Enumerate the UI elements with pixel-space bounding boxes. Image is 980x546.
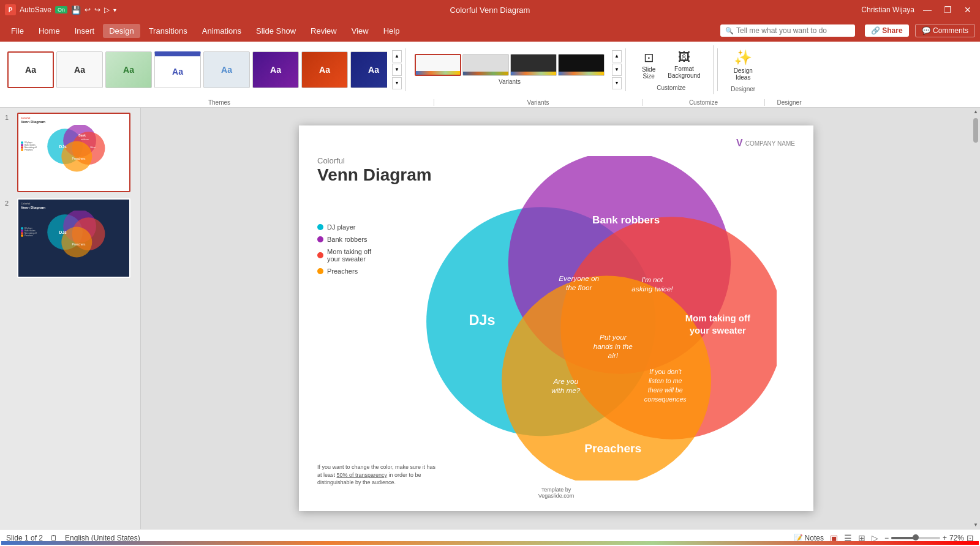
gallery-up-arrow[interactable]: ▲ [392,50,402,62]
slide-legend: DJ player Bank robbers Mom taking offyou… [317,223,371,280]
intersection-asking-2: asking twice! [631,285,673,293]
slide-thumb-1[interactable]: Colorful Venn Diagram DJs Bank robbers M… [17,113,130,192]
user-name: Christian Wijaya [861,6,914,14]
close-btn[interactable]: ✕ [960,5,975,15]
minimize-btn[interactable]: — [919,5,935,15]
right-scrollbar[interactable]: ▲ ▼ [971,108,980,529]
legend-item-preachers: Preachers [317,267,371,275]
template-credit: Template byVegaslide.com [538,487,575,499]
format-background-button[interactable]: 🖼 FormatBackground [663,48,705,82]
menu-slideshow[interactable]: Slide Show [250,24,302,38]
intersection-listen-4: consequences [644,395,687,403]
variant-2[interactable] [462,54,509,76]
share-button[interactable]: 🔗 Share [865,24,909,37]
ribbon-content: Aa Aa Aa [0,42,980,97]
menu-insert[interactable]: Insert [69,24,101,38]
autosave-label: AutoSave [20,6,51,14]
menu-animations[interactable]: Animations [196,24,247,38]
menu-transitions[interactable]: Transitions [143,24,194,38]
slide-canvas[interactable]: V COMPANY NAME Colorful Venn Diagram DJ … [299,125,813,511]
slide-item-1[interactable]: 1 Colorful Venn Diagram DJs Bank robbers [5,113,135,192]
scroll-up-arrow[interactable]: ▲ [973,109,978,114]
maximize-btn[interactable]: ❐ [940,5,956,15]
menu-review[interactable]: Review [304,24,343,38]
intersection-hands-1: Put your [600,333,627,341]
divider-themes-variants [405,48,406,91]
legend-label-preachers: Preachers [327,267,358,275]
top-right-actions: 🔗 Share 💬 Comments [865,24,975,37]
designer-label: Designer [731,86,755,92]
variant-more-arrow[interactable]: ▾ [612,77,622,89]
menu-help[interactable]: Help [377,24,406,38]
title-bar-right: Christian Wijaya — ❐ ✕ [861,5,975,15]
company-name: V COMPANY NAME [736,138,795,149]
title-bar: P AutoSave On 💾 ↩ ↪ ▷ ▾ Colorful Venn Di… [0,0,980,20]
designer-section: ✨ DesignIdeas Designer [722,45,765,94]
slide-item-2[interactable]: 2 Colorful Venn Diagram DJs Preachers DJ… [5,198,135,278]
intersection-listen-3: there will be [648,386,683,394]
document-title: Colorful Venn Diagram [450,6,530,15]
theme-integral[interactable]: Aa [252,51,299,88]
theme-gallery: Aa Aa Aa [7,51,387,88]
svg-text:Bank: Bank [78,134,86,137]
design-ideas-label: DesignIdeas [734,67,753,81]
legend-dot-bank [317,236,323,242]
scroll-thumb[interactable] [973,118,978,143]
slide2-large-title: Venn Diagram [21,206,127,209]
variants-section: Variants [410,54,609,85]
slide1-large-title: Venn Diagram [21,120,127,124]
djs-label: DJs [469,312,495,328]
variant-3[interactable] [510,54,557,76]
comments-button[interactable]: 💬 Comments [915,24,975,37]
customize-buttons: ⊡ SlideSize 🖼 FormatBackground [637,48,706,82]
menu-design[interactable]: Design [103,24,140,38]
bottom-note: If you want to change the color, make su… [317,463,440,487]
variant-up-arrow[interactable]: ▲ [612,50,622,62]
svg-text:Preachers: Preachers [72,243,86,246]
title-bar-left: P AutoSave On 💾 ↩ ↪ ▷ ▾ [5,4,116,15]
variant-1[interactable] [415,54,461,76]
search-icon: 🔍 [725,27,734,35]
menu-file[interactable]: File [5,24,30,38]
preachers-label: Preachers [584,442,641,455]
customize-qat-icon[interactable]: ▾ [113,7,116,13]
slide-size-button[interactable]: ⊡ SlideSize [637,48,660,82]
theme-office[interactable]: Aa [7,51,54,88]
menu-view[interactable]: View [345,24,375,38]
theme-organic[interactable]: Aa [105,51,152,88]
slide-panel[interactable]: 1 Colorful Venn Diagram DJs Bank robbers [0,108,141,529]
variants-section-label: Variants [434,99,642,106]
slide-number-1: 1 [5,114,13,121]
scroll-down-arrow[interactable]: ▼ [973,522,978,528]
theme-ion-boardroom[interactable]: Aa [301,51,348,88]
variant-4[interactable] [558,54,605,76]
search-input[interactable] [736,26,846,35]
search-bar[interactable]: 🔍 [720,24,855,37]
theme-colorful[interactable]: Aa [154,51,201,88]
company-logo-icon: V [736,138,743,149]
mom-label-2: your sweater [690,325,746,335]
gallery-more-arrow[interactable]: ▾ [392,77,402,89]
legend-dot-mom [317,252,323,258]
main-area: 1 Colorful Venn Diagram DJs Bank robbers [0,108,980,529]
zoom-slider[interactable] [891,537,940,539]
mom-label-1: Mom taking off [685,313,751,323]
variant-down-arrow[interactable]: ▼ [612,64,622,76]
menu-home[interactable]: Home [32,24,66,38]
slide-thumb-2[interactable]: Colorful Venn Diagram DJs Preachers DJ p… [17,198,130,278]
slide-number-2: 2 [5,200,13,207]
undo-icon[interactable]: ↩ [85,6,91,14]
theme-ion[interactable]: Aa [350,51,387,88]
save-icon[interactable]: 💾 [71,6,81,15]
variants-label: Variants [499,78,521,85]
redo-icon[interactable]: ↪ [94,6,100,14]
slide1-small-title: Colorful [21,116,127,119]
legend-dot-dj [317,224,323,230]
customize-section-label: Customize [642,99,764,106]
gallery-down-arrow[interactable]: ▼ [392,64,402,76]
svg-text:DJs: DJs [59,144,67,149]
theme-2[interactable]: Aa [56,51,103,88]
present-icon[interactable]: ▷ [104,6,110,14]
design-ideas-button[interactable]: ✨ DesignIdeas [729,47,758,83]
theme-facet[interactable]: Aa [203,51,250,88]
